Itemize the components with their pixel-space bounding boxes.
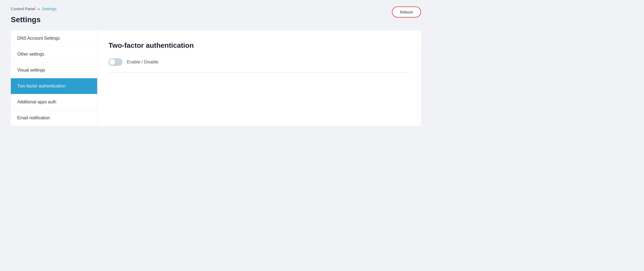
breadcrumb-root: Control Panel [11, 6, 35, 11]
toggle-row: Enable / Disable [109, 58, 410, 73]
page-wrapper: Control Panel » Settings Settings Reboot… [0, 0, 432, 133]
page-title: Settings [11, 15, 421, 24]
sidebar-item-dns-account-settings[interactable]: DNS Account Settings [11, 31, 97, 46]
breadcrumb: Control Panel » Settings [11, 6, 421, 11]
reboot-button[interactable]: Reboot [392, 6, 421, 18]
sidebar-item-other-settings[interactable]: Other settings [11, 46, 97, 62]
sidebar: DNS Account Settings Other settings Visu… [11, 31, 97, 126]
sidebar-item-email-notification[interactable]: Email notification [11, 110, 97, 126]
content-area: DNS Account Settings Other settings Visu… [11, 31, 421, 126]
breadcrumb-separator: » [38, 6, 40, 11]
toggle-thumb [109, 59, 115, 65]
section-title: Two-factor authentication [109, 41, 410, 50]
main-content: Two-factor authentication Enable / Disab… [98, 31, 421, 126]
sidebar-item-additional-apps-auth[interactable]: Additional apps auth [11, 94, 97, 110]
toggle-track [109, 58, 123, 66]
sidebar-item-two-factor-authentication[interactable]: Two-factor authentication [11, 78, 97, 94]
toggle-label: Enable / Disable [127, 60, 158, 65]
two-factor-toggle[interactable] [109, 58, 123, 66]
sidebar-item-visual-settings[interactable]: Visual settings [11, 62, 97, 78]
breadcrumb-settings-link[interactable]: Settings [42, 6, 56, 11]
